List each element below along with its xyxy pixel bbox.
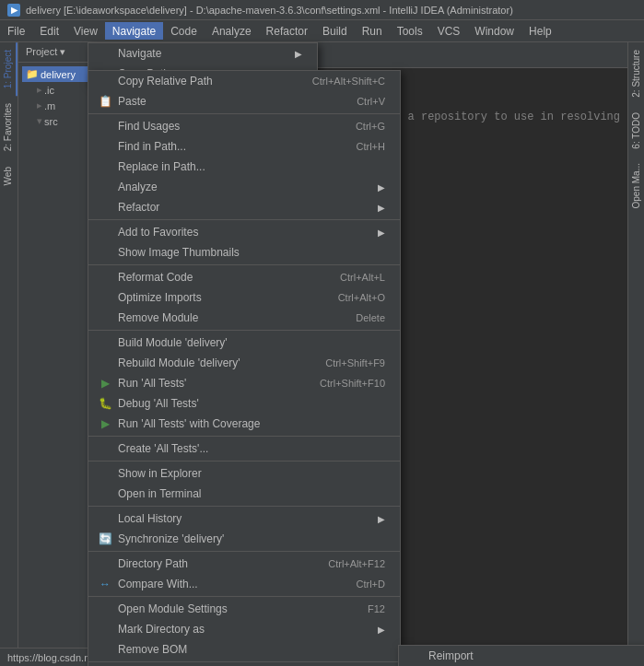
debug-tests-icon: 🐛 <box>96 397 114 410</box>
menu-create-all-tests[interactable]: Create 'All Tests'... <box>88 438 400 459</box>
context-menu-overlay: Navigate ▶ Copy Path Ctrl+Shift+C Copy R… <box>0 42 644 666</box>
menu-local-history[interactable]: Local History ▶ <box>88 508 400 529</box>
title-text: delivery [E:\ideaworkspace\delivery] - D… <box>26 5 513 16</box>
menu-build-module[interactable]: Build Module 'delivery' <box>88 333 400 353</box>
menu-add-to-favorites[interactable]: Add to Favorites ▶ <box>88 222 400 242</box>
menu-code[interactable]: Code <box>163 22 205 40</box>
menu-show-in-explorer[interactable]: Show in Explorer <box>88 463 400 484</box>
menu-analyze[interactable]: Analyze ▶ <box>88 177 400 197</box>
menu-refactor[interactable]: Refactor ▶ <box>88 197 400 217</box>
separator-10 <box>88 661 400 662</box>
menu-help[interactable]: Help <box>521 22 559 40</box>
menu-build[interactable]: Build <box>315 22 355 40</box>
menu-navigate[interactable]: Navigate <box>105 22 163 40</box>
menu-debug-all-tests[interactable]: 🐛 Debug 'All Tests' <box>88 393 400 414</box>
app-icon: ▶ <box>7 4 20 17</box>
menu-run[interactable]: Run <box>355 22 390 40</box>
analyze-arrow: ▶ <box>378 182 385 193</box>
menu-file[interactable]: File <box>0 22 32 40</box>
menu-directory-path[interactable]: Directory Path Ctrl+Alt+F12 <box>88 554 400 574</box>
menu-show-image-thumbnails[interactable]: Show Image Thumbnails <box>88 242 400 263</box>
maven-submenu: Reimport Generate Sources and Update Fol… <box>398 645 644 666</box>
menu-open-in-terminal[interactable]: Open in Terminal <box>88 484 400 504</box>
menu-replace-in-path[interactable]: Replace in Path... <box>88 157 400 177</box>
menu-run-with-coverage[interactable]: ▶ Run 'All Tests' with Coverage <box>88 414 400 434</box>
maven-reimport[interactable]: Reimport <box>399 646 644 666</box>
favorites-arrow: ▶ <box>378 228 385 238</box>
separator-7 <box>88 506 400 507</box>
menu-paste[interactable]: 📋 Paste Ctrl+V <box>88 91 400 111</box>
menu-run-all-tests[interactable]: ▶ Run 'All Tests' Ctrl+Shift+F10 <box>88 373 400 393</box>
menu-synchronize[interactable]: 🔄 Synchronize 'delivery' <box>88 529 400 549</box>
menu-tools[interactable]: Tools <box>390 22 430 40</box>
separator-4 <box>88 330 400 331</box>
local-history-arrow: ▶ <box>378 514 385 524</box>
compare-icon: ↔ <box>96 578 114 590</box>
nav-item-navigate[interactable]: Navigate ▶ <box>88 43 317 64</box>
mark-dir-arrow: ▶ <box>378 625 385 635</box>
separator-2 <box>88 219 400 220</box>
menu-view[interactable]: View <box>66 22 105 40</box>
menu-optimize-imports[interactable]: Optimize Imports Ctrl+Alt+O <box>88 287 400 308</box>
separator-1 <box>88 113 400 114</box>
separator-3 <box>88 264 400 265</box>
menu-rebuild-module[interactable]: Rebuild Module 'delivery' Ctrl+Shift+F9 <box>88 353 400 373</box>
paste-icon: 📋 <box>96 95 114 108</box>
menu-vcs[interactable]: VCS <box>430 22 468 40</box>
synchronize-icon: 🔄 <box>96 532 114 545</box>
separator-5 <box>88 436 400 437</box>
menu-refactor[interactable]: Refactor <box>259 22 315 40</box>
menu-compare-with[interactable]: ↔ Compare With... Ctrl+D <box>88 574 400 594</box>
menu-copy-relative-path[interactable]: Copy Relative Path Ctrl+Alt+Shift+C <box>88 71 400 91</box>
title-bar: ▶ delivery [E:\ideaworkspace\delivery] -… <box>0 0 644 20</box>
nav-navigate-arrow: ▶ <box>295 49 302 59</box>
menu-remove-module[interactable]: Remove Module Delete <box>88 308 400 328</box>
menu-window[interactable]: Window <box>467 22 521 40</box>
menu-reformat-code[interactable]: Reformat Code Ctrl+Alt+L <box>88 267 400 287</box>
menu-find-in-path[interactable]: Find in Path... Ctrl+H <box>88 136 400 157</box>
run-coverage-icon: ▶ <box>96 417 114 430</box>
menu-find-usages[interactable]: Find Usages Ctrl+G <box>88 116 400 136</box>
refactor-arrow: ▶ <box>378 203 385 213</box>
menu-analyze[interactable]: Analyze <box>205 22 259 40</box>
separator-8 <box>88 551 400 552</box>
separator-9 <box>88 596 400 597</box>
run-tests-icon: ▶ <box>96 377 114 390</box>
menu-edit[interactable]: Edit <box>32 22 66 40</box>
main-context-menu: Copy Relative Path Ctrl+Alt+Shift+C 📋 Pa… <box>88 70 401 666</box>
menu-remove-bom[interactable]: Remove BOM <box>88 639 400 660</box>
menu-open-module-settings[interactable]: Open Module Settings F12 <box>88 599 400 619</box>
separator-6 <box>88 461 400 462</box>
menu-bar: File Edit View Navigate Code Analyze Ref… <box>0 20 644 42</box>
menu-mark-directory-as[interactable]: Mark Directory as ▶ <box>88 619 400 639</box>
